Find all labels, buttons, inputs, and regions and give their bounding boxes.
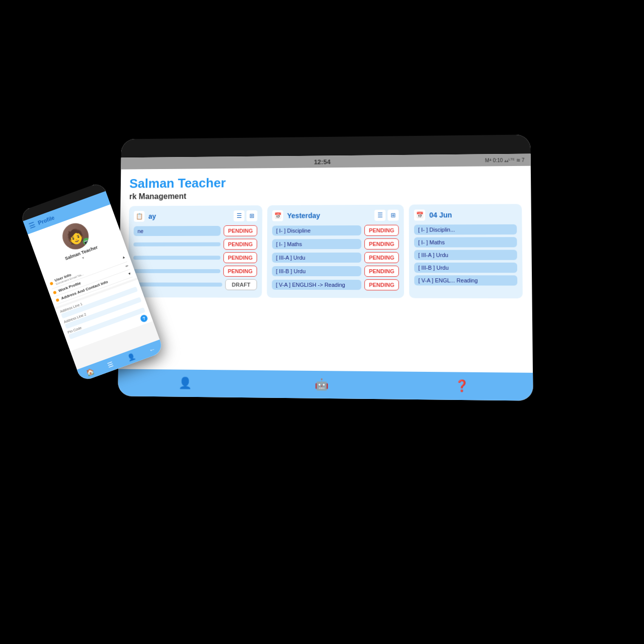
user-nav-phone[interactable]: 👤: [126, 352, 136, 362]
status-badge: PENDING: [223, 238, 257, 250]
subject-label: [ V-A ] ENGLISH -> Reading: [272, 280, 361, 290]
col-action-icons: ☰ ⊞: [233, 210, 257, 221]
chevron-icon-2: ▼: [127, 271, 132, 276]
wm-row-j5: [ V-A ] ENGL... Reading: [414, 275, 517, 286]
status-badge: PENDING: [364, 279, 399, 290]
grid-icon-2[interactable]: ⊞: [387, 210, 398, 221]
status-icons: M⁴ 0:10 ₄₄ᴸᵀᴱ ≋ 7: [485, 157, 524, 163]
col-title-04jun: 04 Jun: [429, 211, 517, 219]
help-button[interactable]: ?: [139, 314, 148, 323]
col-title-yesterday: Yesterday: [287, 211, 371, 220]
chevron-icon: ▲: [121, 255, 126, 259]
phone-title: Profile: [37, 214, 55, 226]
wm-row-y3: [ III-A ] Urdu PENDING: [272, 252, 399, 263]
subject-label: [ III-B ] Urdu: [272, 266, 361, 276]
wm-column-today: 📋 ay ☰ ⊞ ne PENDING PENDING: [128, 205, 262, 298]
wm-row-1: ne PENDING: [134, 225, 258, 236]
home-nav-phone[interactable]: 🏠: [85, 367, 95, 377]
wm-row-y4: [ III-B ] Urdu PENDING: [272, 266, 398, 277]
help-nav-icon[interactable]: ❓: [452, 377, 471, 395]
wm-row-2: PENDING: [133, 238, 257, 250]
wm-row-y5: [ V-A ] ENGLISH -> Reading PENDING: [272, 279, 399, 290]
home-nav-icon[interactable]: 👤: [176, 374, 194, 392]
grid-icon[interactable]: ⊞: [247, 210, 258, 221]
subject-label: [ V-A ] ENGL... Reading: [414, 275, 517, 286]
status-badge: PENDING: [223, 225, 257, 236]
subject-label: [ I- ] Discipline: [272, 225, 361, 235]
list-icon[interactable]: ☰: [233, 210, 245, 221]
status-badge: PENDING: [364, 266, 399, 277]
ai-nav-icon[interactable]: 🤖: [312, 375, 331, 394]
tablet-bottom-nav: 👤 🤖 ❓: [118, 369, 533, 400]
back-nav-phone[interactable]: ←: [147, 345, 156, 354]
wm-row-4: PENDING: [133, 266, 257, 277]
status-badge: PENDING: [364, 225, 399, 236]
wm-column-yesterday: 📅 Yesterday ☰ ⊞ [ I- ] Discipline PENDIN…: [267, 205, 404, 298]
phone-dropdown-arrow: ▼: [81, 256, 86, 260]
calendar-icon: 📋: [134, 211, 144, 222]
subject-label: [ I- ] Disciplin...: [414, 224, 517, 235]
section-title: rk Management: [129, 190, 522, 201]
subject-label: [133, 282, 222, 286]
wm-row-3: PENDING: [133, 252, 257, 263]
calendar-icon-2: 📅: [272, 210, 283, 221]
status-badge: PENDING: [223, 252, 257, 263]
col-action-icons-2: ☰ ⊞: [374, 210, 398, 221]
subject-label: [133, 243, 220, 247]
col-title-today: ay: [148, 212, 230, 220]
wm-row-j4: [ III-B ] Urdu: [414, 263, 517, 273]
status-badge: PENDING: [223, 266, 257, 277]
menu-dot-3: [55, 298, 59, 302]
avatar-figure: 🧑: [64, 225, 87, 247]
wm-row-j2: [ I- ] Maths: [414, 237, 517, 248]
status-badge: PENDING: [364, 238, 399, 250]
menu-nav-phone[interactable]: ☰: [106, 360, 114, 369]
wm-row-j3: [ III-A ] Urdu: [414, 250, 517, 260]
wm-row-y2: [ I- ] Maths PENDING: [272, 238, 399, 250]
status-badge: PENDING: [364, 252, 399, 263]
subject-label: [ I- ] Maths: [272, 239, 361, 249]
subject-label: ne: [134, 226, 221, 236]
tablet-device: 12:54 M⁴ 0:10 ₄₄ᴸᵀᴱ ≋ 7 Salman Teacher r…: [118, 134, 533, 400]
status-badge: DRAFT: [225, 279, 257, 290]
subject-label: [ III-A ] Urdu: [414, 250, 517, 260]
teacher-name: Salman Teacher: [129, 173, 522, 191]
edit-icon[interactable]: ✏: [125, 264, 129, 269]
menu-dot-2: [53, 290, 57, 294]
col-header-04jun: 📅 04 Jun: [414, 209, 517, 221]
calendar-icon-3: 📅: [414, 209, 425, 220]
subject-label: [133, 256, 220, 260]
menu-dot: [49, 281, 53, 285]
wm-row-5: DRAFT: [133, 279, 257, 290]
wm-column-04jun: 📅 04 Jun [ I- ] Disciplin... [ I- ] Math…: [409, 204, 523, 298]
subject-label: [ I- ] Maths: [414, 237, 517, 248]
wm-row-y1: [ I- ] Discipline PENDING: [272, 225, 399, 236]
subject-label: [133, 269, 220, 273]
tablet-content: Salman Teacher rk Management 📋 ay ☰ ⊞ ne…: [118, 166, 533, 373]
col-header-yesterday: 📅 Yesterday ☰ ⊞: [272, 210, 399, 221]
list-icon-2[interactable]: ☰: [374, 210, 385, 221]
status-time: 12:54: [314, 158, 331, 166]
subject-label: [ III-B ] Urdu: [414, 263, 517, 273]
col-header-today: 📋 ay ☰ ⊞: [134, 210, 258, 222]
wm-row-j1: [ I- ] Disciplin...: [414, 224, 517, 235]
work-management-columns: 📋 ay ☰ ⊞ ne PENDING PENDING: [128, 204, 523, 298]
subject-label: [ III-A ] Urdu: [272, 253, 361, 263]
